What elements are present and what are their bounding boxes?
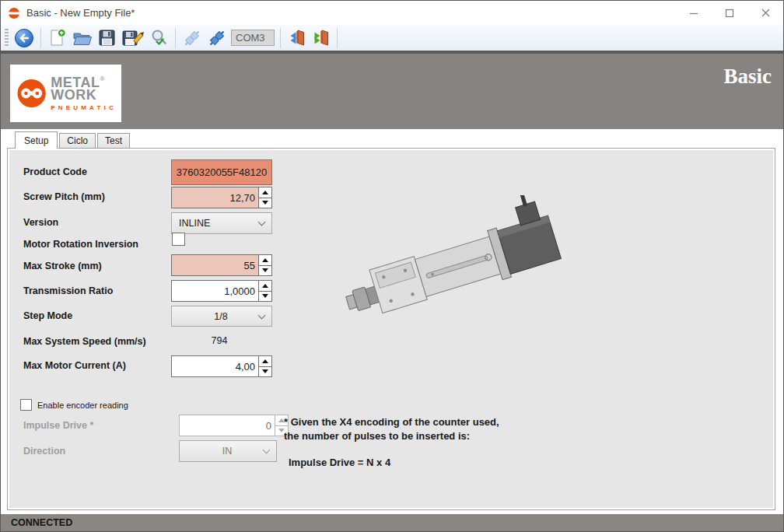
save-as-button[interactable] (119, 27, 147, 48)
screw-pitch-value[interactable]: 12,70 (172, 187, 258, 208)
toolbar-separator (175, 28, 176, 48)
transmission-ratio-spinner[interactable]: 1,0000 (171, 280, 272, 302)
chevron-down-icon (263, 446, 271, 454)
close-button[interactable] (747, 1, 783, 25)
direction-dropdown[interactable]: IN (179, 440, 277, 462)
write-device-button[interactable] (309, 27, 333, 48)
spinner-buttons (258, 187, 271, 208)
back-button[interactable] (12, 27, 37, 49)
preview-check-button[interactable] (147, 27, 171, 48)
connect-button[interactable] (205, 27, 229, 49)
enable-encoder-label: Enable encoder reading (37, 401, 128, 410)
motor-rotation-inversion-checkbox[interactable] (172, 233, 185, 246)
max-stroke-value[interactable]: 55 (172, 255, 258, 275)
arrow-up-icon (262, 191, 268, 194)
spin-up-button[interactable] (259, 281, 271, 292)
tab-ciclo[interactable]: Ciclo (59, 133, 96, 149)
registered-mark: ® (100, 75, 104, 82)
app-window: Basic - New Empty File* (0, 0, 784, 532)
new-file-button[interactable] (45, 27, 69, 48)
transmission-ratio-value[interactable]: 1,0000 (172, 281, 258, 301)
spinner-buttons (258, 281, 271, 301)
logo-word-work: WORK (51, 89, 117, 102)
step-mode-dropdown[interactable]: 1/8 (171, 306, 272, 327)
minimize-icon (689, 9, 698, 18)
close-icon (761, 8, 771, 18)
write-device-icon (311, 28, 331, 47)
save-floppy-icon (97, 28, 117, 47)
actuator-illustration-icon (327, 195, 572, 331)
version-dropdown[interactable]: INLINE (171, 212, 272, 234)
max-stroke-label: Max Stroke (mm) (23, 261, 102, 271)
spin-down-button[interactable] (259, 367, 271, 377)
disconnect-plug-icon (182, 28, 202, 48)
window-title: Basic - New Empty File* (26, 7, 135, 19)
impulse-note-line2: the number of pulses to be inserted is: (284, 429, 499, 443)
maximize-button[interactable] (712, 1, 747, 25)
spin-down-button[interactable] (259, 292, 271, 302)
max-system-speed-value: 794 (204, 335, 235, 346)
save-button[interactable] (95, 27, 119, 48)
max-system-speed-label: Max System Speed (mm/s) (23, 336, 146, 347)
max-stroke-spinner[interactable]: 55 (171, 254, 272, 276)
com-port-field[interactable]: COM3 (231, 30, 275, 46)
new-file-icon (47, 28, 67, 47)
spin-up-button[interactable] (259, 187, 271, 198)
impulse-formula: Impulse Drive = N x 4 (289, 457, 390, 468)
version-label: Version (23, 217, 58, 228)
header-band: METAL® WORK PNEUMATIC Basic (1, 51, 783, 129)
toolbar-separator (337, 28, 338, 48)
spin-up-button[interactable] (259, 255, 271, 266)
step-mode-label: Step Mode (23, 310, 72, 321)
max-motor-current-spinner[interactable]: 4,00 (171, 355, 272, 377)
screw-pitch-spinner[interactable]: 12,70 (171, 187, 272, 208)
read-device-icon (287, 28, 306, 47)
spinner-buttons (258, 356, 271, 376)
toolbar-separator (280, 28, 281, 48)
direction-value: IN (180, 446, 264, 457)
read-device-button[interactable] (285, 27, 309, 48)
save-as-icon (121, 28, 145, 47)
max-motor-current-label: Max Motor Current (A) (23, 360, 126, 371)
open-folder-icon (72, 29, 93, 47)
status-bar: CONNECTED (1, 514, 783, 531)
arrow-up-icon (262, 284, 268, 288)
arrow-down-icon (262, 369, 268, 373)
impulse-note: * Given the X4 encoding of the counter u… (284, 415, 499, 443)
arrow-up-icon (262, 258, 268, 262)
disconnect-button[interactable] (180, 27, 205, 49)
impulse-drive-value[interactable]: 0 (180, 415, 275, 436)
arrow-up-icon (262, 359, 268, 363)
toolbar-grip[interactable] (5, 29, 9, 47)
max-motor-current-value[interactable]: 4,00 (172, 356, 258, 376)
metal-work-logo: METAL® WORK PNEUMATIC (10, 65, 121, 122)
minimize-button[interactable] (676, 1, 712, 25)
app-icon (8, 7, 20, 19)
direction-label: Direction (23, 446, 65, 457)
tab-test[interactable]: Test (97, 133, 130, 149)
back-arrow-icon (14, 28, 34, 48)
actuator-product-image (327, 195, 572, 334)
version-value: INLINE (172, 218, 259, 229)
window-controls (676, 1, 783, 25)
connect-plug-icon (207, 28, 227, 48)
spin-down-button[interactable] (259, 198, 271, 208)
product-code-input[interactable]: 3760320055F48120 (171, 159, 272, 185)
arrow-down-icon (262, 294, 268, 298)
impulse-drive-spinner[interactable]: 0 (179, 415, 289, 436)
metal-work-logo-icon (16, 73, 47, 114)
impulse-drive-label: Impulse Drive * (23, 420, 93, 431)
chevron-down-icon (258, 311, 266, 319)
toolbar: COM3 (1, 25, 783, 51)
tab-setup[interactable]: Setup (15, 131, 58, 149)
title-bar: Basic - New Empty File* (1, 1, 783, 25)
impulse-note-line1: * Given the X4 encoding of the counter u… (284, 415, 499, 429)
setup-panel: Product Code Screw Pitch (mm) Version Mo… (7, 148, 775, 510)
spin-down-button[interactable] (259, 266, 271, 276)
transmission-ratio-label: Transmission Ratio (23, 285, 113, 296)
enable-encoder-checkbox[interactable] (20, 399, 32, 411)
connection-status: CONNECTED (11, 517, 72, 528)
spin-up-button[interactable] (259, 356, 271, 367)
step-mode-value: 1/8 (172, 311, 259, 322)
open-file-button[interactable] (69, 28, 95, 48)
